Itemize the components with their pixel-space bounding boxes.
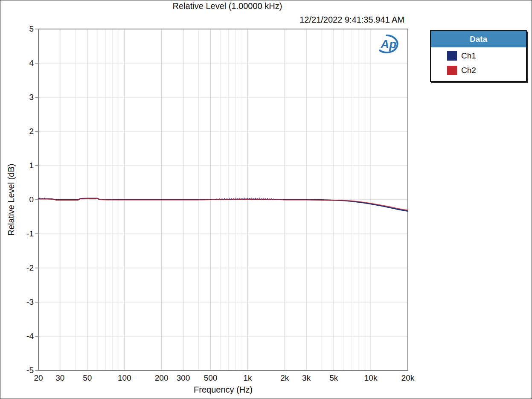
y-tick-label: 3 (6, 92, 34, 102)
y-tick-label: -4 (6, 331, 34, 341)
y-tick-label: 1 (6, 160, 34, 171)
y-tick-label: 0 (6, 195, 34, 205)
ap-logo: Ap (375, 33, 402, 56)
trace-noise-dot (244, 198, 244, 198)
x-tick-label: 20k (391, 373, 425, 383)
y-tick-label: 2 (6, 126, 34, 137)
ap-measurement-window: Relative Level (1.00000 kHz) 12/21/2022 … (0, 0, 532, 399)
legend-items: Ch1Ch2 (431, 47, 526, 75)
trace-noise-dot (251, 198, 252, 198)
y-tick-label: -3 (6, 297, 34, 307)
ap-logo-text: Ap (380, 38, 396, 51)
x-tick-label: 500 (194, 373, 228, 383)
legend-label: Ch2 (461, 66, 476, 75)
trace-ch1[interactable] (38, 198, 408, 211)
y-tick-label: 4 (6, 58, 34, 68)
legend-item-ch1[interactable]: Ch1 (447, 51, 526, 61)
y-tick-label: -1 (6, 229, 34, 239)
trace-noise-dot (229, 198, 230, 199)
trace-ch2[interactable] (38, 198, 408, 210)
x-tick-label: 10k (354, 373, 388, 383)
x-tick-label: 50 (70, 373, 105, 383)
legend-swatch-ch2 (447, 66, 457, 75)
x-tick-label: 1k (230, 373, 265, 383)
y-tick-label: -2 (6, 263, 34, 273)
x-tick-label: 5k (317, 373, 351, 383)
legend-item-ch2[interactable]: Ch2 (447, 66, 526, 75)
y-tick-label: 5 (6, 24, 34, 34)
trace-noise-dot (259, 198, 260, 198)
legend-label: Ch1 (461, 51, 476, 61)
legend-panel: Data Ch1Ch2 (430, 30, 527, 82)
legend-header: Data (431, 31, 526, 47)
trace-noise-dot (235, 198, 236, 198)
x-tick-label: 100 (108, 373, 142, 383)
legend-swatch-ch1 (447, 51, 457, 61)
trace-noise-dot (239, 198, 240, 199)
trace-noise-dot (263, 198, 264, 199)
